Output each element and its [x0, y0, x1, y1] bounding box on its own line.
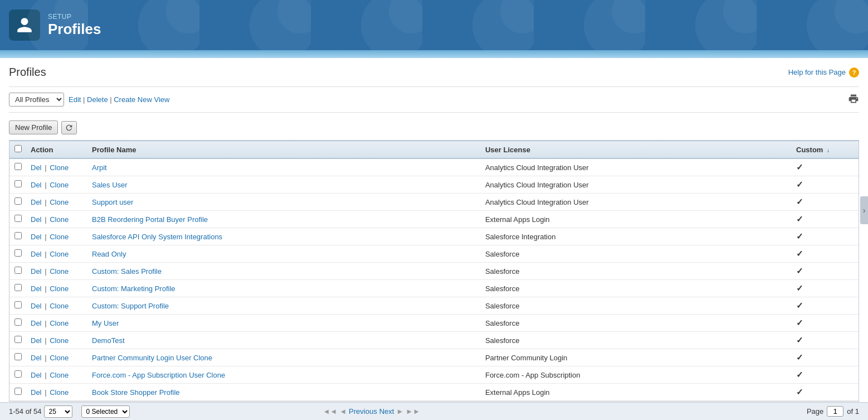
clone-link[interactable]: Clone: [50, 181, 69, 189]
user-license-cell: Salesforce: [481, 297, 792, 315]
del-link[interactable]: Del: [31, 319, 42, 327]
table-row: Del | Clone My User Salesforce ✓: [9, 315, 859, 332]
profile-name-link[interactable]: My User: [92, 319, 119, 327]
custom-cell: ✓: [792, 384, 859, 401]
custom-cell: ✓: [792, 245, 859, 263]
row-checkbox[interactable]: [14, 318, 22, 326]
profile-name-link[interactable]: Sales User: [92, 181, 128, 189]
profile-name-link[interactable]: Custom: Support Profile: [92, 302, 169, 310]
select-all-checkbox[interactable]: [14, 145, 22, 152]
help-link[interactable]: Help for this Page ?: [788, 67, 859, 78]
del-link[interactable]: Del: [31, 302, 42, 310]
profile-name-link[interactable]: Custom: Marketing Profile: [92, 284, 175, 293]
header-text: SETUP Profiles: [48, 13, 101, 38]
custom-cell: ✓: [792, 349, 859, 366]
clone-link[interactable]: Clone: [50, 336, 69, 345]
table-row: Del | Clone Support user Analytics Cloud…: [9, 194, 859, 211]
row-checkbox[interactable]: [14, 197, 22, 205]
row-checkbox[interactable]: [14, 267, 22, 274]
clone-link[interactable]: Clone: [50, 371, 69, 379]
del-link[interactable]: Del: [31, 233, 42, 241]
profile-name-link[interactable]: DemoTest: [92, 336, 125, 345]
clone-link[interactable]: Clone: [50, 284, 69, 293]
print-button[interactable]: [848, 93, 859, 106]
clone-link[interactable]: Clone: [50, 198, 69, 206]
help-label: Help for this Page: [788, 68, 846, 76]
sort-icon[interactable]: ↓: [827, 147, 830, 153]
refresh-button[interactable]: [61, 121, 77, 134]
row-checkbox[interactable]: [14, 388, 22, 395]
del-link[interactable]: Del: [31, 181, 42, 189]
profile-name-cell: Support user: [87, 194, 481, 211]
row-checkbox[interactable]: [14, 163, 22, 170]
footer-left: 1-54 of 54 25 50 100 200: [9, 405, 72, 418]
profile-name-link[interactable]: B2B Reordering Portal Buyer Profile: [92, 215, 208, 224]
create-new-view-link[interactable]: Create New View: [114, 95, 169, 104]
profile-name-cell: Sales User: [87, 176, 481, 194]
row-checkbox[interactable]: [14, 284, 22, 291]
clone-link[interactable]: Clone: [50, 388, 69, 397]
profile-name-link[interactable]: Salesforce API Only System Integrations: [92, 233, 222, 241]
action-header: Action: [26, 141, 87, 159]
profile-name-link[interactable]: Support user: [92, 198, 133, 206]
row-checkbox-cell: [9, 194, 26, 211]
table-body: Del | Clone Arpit Analytics Cloud Integr…: [9, 158, 859, 401]
del-link[interactable]: Del: [31, 198, 42, 206]
row-actions: Del | Clone: [26, 158, 87, 176]
profile-name-cell: Force.com - App Subscription User Clone: [87, 366, 481, 384]
del-link[interactable]: Del: [31, 267, 42, 276]
clone-link[interactable]: Clone: [50, 250, 69, 258]
help-icon: ?: [849, 67, 859, 78]
profile-name-link[interactable]: Custom: Sales Profile: [92, 267, 162, 276]
row-checkbox[interactable]: [14, 370, 22, 378]
del-link[interactable]: Del: [31, 388, 42, 397]
del-link[interactable]: Del: [31, 354, 42, 362]
profile-name-link[interactable]: Arpit: [92, 163, 107, 172]
user-license-header: User License: [481, 141, 792, 159]
clone-link[interactable]: Clone: [50, 267, 69, 276]
profile-name-link[interactable]: Read Only: [92, 250, 126, 258]
clone-link[interactable]: Clone: [50, 354, 69, 362]
clone-link[interactable]: Clone: [50, 302, 69, 310]
new-profile-button[interactable]: New Profile: [9, 120, 58, 134]
table-header: Action Profile Name User License Custom …: [9, 141, 859, 159]
row-checkbox[interactable]: [14, 180, 22, 187]
expand-handle[interactable]: [860, 196, 868, 224]
clone-link[interactable]: Clone: [50, 233, 69, 241]
selected-select[interactable]: 0 Selected: [81, 405, 130, 418]
next-link[interactable]: Next: [379, 407, 394, 416]
delete-view-link[interactable]: Delete: [87, 95, 108, 104]
profile-name-cell: My User: [87, 315, 481, 332]
profile-name-link[interactable]: Book Store Shopper Profile: [92, 388, 180, 397]
row-checkbox[interactable]: [14, 232, 22, 239]
clone-link[interactable]: Clone: [50, 163, 69, 172]
user-license-cell: Analytics Cloud Integration User: [481, 176, 792, 194]
del-link[interactable]: Del: [31, 250, 42, 258]
footer-nav: ◄◄ ◄ Previous Next ► ►►: [323, 407, 421, 416]
checkmark: ✓: [796, 318, 803, 327]
del-link[interactable]: Del: [31, 163, 42, 172]
profile-name-link[interactable]: Force.com - App Subscription User Clone: [92, 371, 225, 379]
per-page-select[interactable]: 25 50 100 200: [44, 405, 72, 418]
checkmark: ✓: [796, 283, 803, 293]
row-checkbox[interactable]: [14, 301, 22, 308]
row-checkbox[interactable]: [14, 249, 22, 257]
profile-name-cell: Salesforce API Only System Integrations: [87, 228, 481, 245]
view-select[interactable]: All Profiles My Profiles: [9, 93, 64, 107]
clone-link[interactable]: Clone: [50, 319, 69, 327]
edit-view-link[interactable]: Edit: [69, 95, 81, 104]
row-checkbox[interactable]: [14, 353, 22, 360]
clone-link[interactable]: Clone: [50, 215, 69, 224]
profile-name-link[interactable]: Partner Community Login User Clone: [92, 354, 212, 362]
del-link[interactable]: Del: [31, 371, 42, 379]
page-input[interactable]: [827, 406, 843, 417]
del-link[interactable]: Del: [31, 336, 42, 345]
del-link[interactable]: Del: [31, 284, 42, 293]
row-checkbox[interactable]: [14, 215, 22, 222]
row-checkbox[interactable]: [14, 336, 22, 343]
person-icon: [16, 16, 33, 34]
del-link[interactable]: Del: [31, 215, 42, 224]
row-actions: Del | Clone: [26, 228, 87, 245]
previous-link[interactable]: Previous: [349, 407, 377, 416]
row-checkbox-cell: [9, 332, 26, 349]
